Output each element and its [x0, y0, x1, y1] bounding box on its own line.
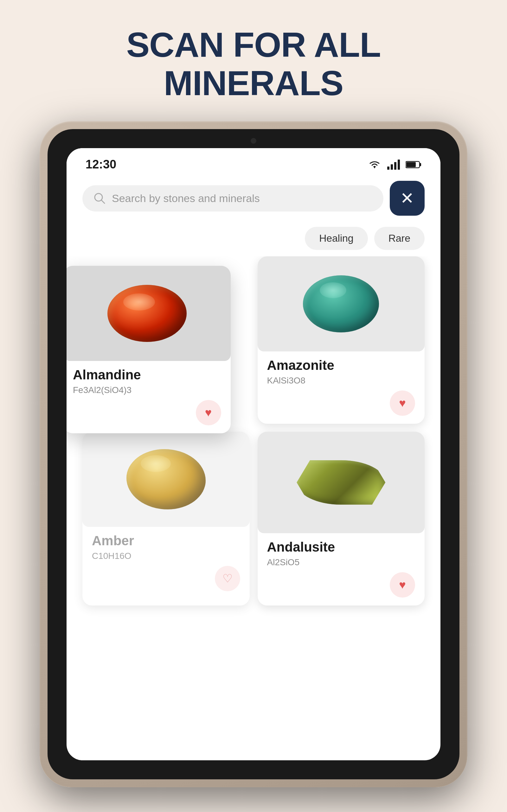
andalusite-formula: Al2SiO5 [267, 557, 415, 567]
heart-filled-icon: ♥ [399, 397, 406, 410]
search-placeholder-text: Search by stones and minerals [112, 192, 372, 205]
status-time: 12:30 [86, 158, 116, 171]
amazonite-footer: ♥ [258, 391, 425, 424]
heart-filled-icon: ♥ [399, 578, 406, 592]
svg-rect-5 [406, 162, 416, 167]
svg-rect-6 [419, 163, 421, 166]
chip-healing[interactable]: Healing [305, 227, 368, 250]
mineral-card-amber[interactable]: Amber C10H16O ♡ [82, 432, 250, 606]
heart-outline-icon: ♡ [222, 572, 233, 585]
close-icon: ✕ [400, 189, 414, 208]
amazonite-formula: KAlSi3O8 [267, 375, 415, 386]
andalusite-info: Andalusite Al2SiO5 [258, 533, 425, 572]
tablet-device: 12:30 [40, 121, 467, 787]
amber-info: Amber C10H16O [82, 527, 250, 566]
amber-gem-visual [82, 432, 250, 527]
battery-icon [406, 160, 421, 169]
andalusite-image [258, 432, 425, 533]
minerals-grid: Almandine Fe3Al2(SiO4)3 ♥ [66, 256, 441, 621]
svg-line-8 [101, 200, 105, 203]
search-icon [94, 192, 106, 204]
amazonite-image [258, 256, 425, 351]
heart-filled-icon: ♥ [205, 406, 212, 419]
chip-rare[interactable]: Rare [374, 227, 425, 250]
amber-image [82, 432, 250, 527]
mineral-card-andalusite[interactable]: Andalusite Al2SiO5 ♥ [258, 432, 425, 606]
tablet-inner: 12:30 [48, 129, 459, 779]
almandine-formula: Fe3Al2(SiO4)3 [73, 385, 221, 395]
tablet-shell: 12:30 [40, 121, 467, 787]
mineral-card-amazonite[interactable]: Amazonite KAlSi3O8 ♥ [258, 256, 425, 424]
almandine-name: Almandine [73, 367, 221, 383]
amazonite-name: Amazonite [267, 358, 415, 373]
andalusite-favorite-button[interactable]: ♥ [390, 572, 415, 598]
amazonite-favorite-button[interactable]: ♥ [390, 391, 415, 416]
svg-rect-2 [394, 162, 396, 170]
page-header: SCAN FOR ALL MINERALS [126, 26, 381, 102]
almandine-shape [107, 285, 187, 342]
tablet-screen: 12:30 [66, 148, 441, 760]
amber-name: Amber [92, 533, 240, 548]
andalusite-shape [297, 460, 385, 505]
almandine-footer: ♥ [66, 400, 231, 433]
amber-favorite-button[interactable]: ♡ [215, 566, 240, 591]
camera-dot [250, 138, 257, 144]
almandine-favorite-button[interactable]: ♥ [196, 400, 221, 425]
page-title-line1: SCAN FOR ALL [126, 26, 381, 64]
amber-formula: C10H16O [92, 551, 240, 561]
amber-footer: ♡ [82, 566, 250, 599]
search-area: Search by stones and minerals ✕ [66, 174, 441, 222]
svg-rect-0 [387, 166, 389, 170]
andalusite-footer: ♥ [258, 572, 425, 606]
status-bar: 12:30 [66, 148, 441, 174]
filter-chips: Healing Rare [66, 222, 441, 256]
mineral-card-almandine[interactable]: Almandine Fe3Al2(SiO4)3 ♥ [66, 266, 231, 433]
almandine-image [66, 266, 231, 361]
status-icons [368, 159, 421, 170]
almandine-gem-visual [66, 266, 231, 361]
andalusite-gem-visual [264, 438, 418, 527]
amazonite-shape [303, 275, 379, 333]
amazonite-gem-visual [258, 256, 425, 351]
svg-rect-1 [391, 164, 393, 170]
amber-shape [126, 449, 206, 509]
wifi-icon [368, 159, 382, 170]
search-bar[interactable]: Search by stones and minerals [82, 185, 383, 212]
close-button[interactable]: ✕ [390, 181, 425, 216]
amazonite-info: Amazonite KAlSi3O8 [258, 351, 425, 391]
andalusite-name: Andalusite [267, 540, 415, 555]
page-title-line2: MINERALS [126, 64, 381, 102]
almandine-info: Almandine Fe3Al2(SiO4)3 [66, 361, 231, 400]
svg-rect-3 [398, 159, 400, 170]
signal-icon [387, 159, 400, 170]
